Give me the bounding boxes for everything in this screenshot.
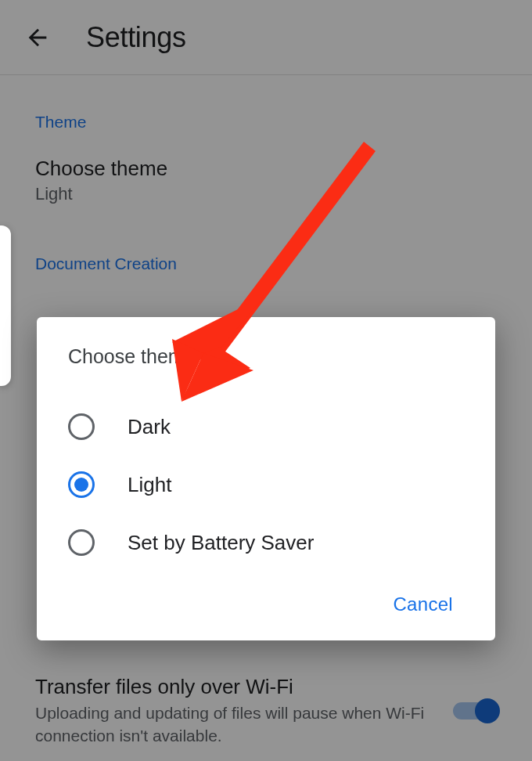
radio-icon: [68, 413, 95, 440]
dialog-title: Choose theme: [37, 345, 495, 368]
radio-label: Light: [128, 473, 171, 497]
side-handle: [0, 225, 11, 386]
radio-option-battery-saver[interactable]: Set by Battery Saver: [37, 514, 495, 572]
radio-icon: [68, 529, 95, 556]
radio-label: Dark: [128, 415, 171, 439]
radio-icon: [68, 471, 95, 498]
radio-label: Set by Battery Saver: [128, 531, 314, 555]
cancel-button[interactable]: Cancel: [383, 587, 462, 622]
radio-option-dark[interactable]: Dark: [37, 398, 495, 456]
choose-theme-dialog: Choose theme Dark Light Set by Battery S…: [37, 317, 495, 640]
radio-option-light[interactable]: Light: [37, 456, 495, 514]
